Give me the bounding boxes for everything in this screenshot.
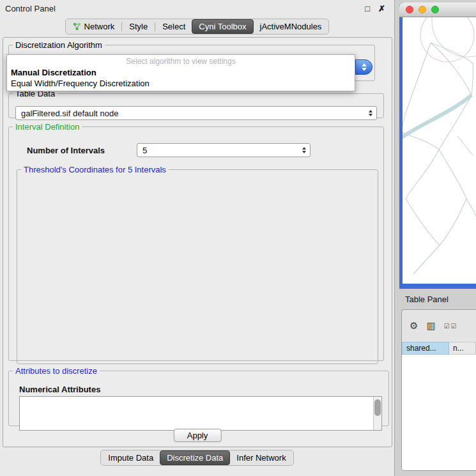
top-tab-bar: Network Style Select Cyni Toolbox jActiv… <box>0 19 394 35</box>
network-edges <box>403 17 476 274</box>
right-panel-area: Table Panel ⚙ ▥ ☑☑ shared... n... <box>395 0 476 476</box>
combobox-stepper-icon[interactable] <box>302 147 306 153</box>
tab-separator <box>155 22 155 31</box>
table-toolbar: ⚙ ▥ ☑☑ <box>402 310 476 342</box>
network-canvas[interactable] <box>403 17 476 284</box>
table-data-group: Table Data galFiltered.sif default node <box>8 89 384 118</box>
tab-label: Infer Network <box>236 453 286 463</box>
numerical-attributes-label: Numerical Attributes <box>19 385 100 394</box>
tab-discretize-data[interactable]: Discretize Data <box>160 450 230 465</box>
tab-label: jActiveMNodules <box>260 22 322 31</box>
tab-infer-network[interactable]: Infer Network <box>230 451 292 464</box>
apply-button[interactable]: Apply <box>174 429 222 442</box>
group-title: Discretization Algorithm <box>13 40 105 50</box>
column-header-name[interactable]: n... <box>449 342 476 355</box>
tab-label: Style <box>129 22 148 31</box>
close-traffic-light-icon[interactable] <box>406 6 413 13</box>
control-panel: Control Panel □ ✗ Network Style Select C… <box>0 0 395 476</box>
float-window-icon[interactable]: □ <box>365 4 370 13</box>
numerical-attributes-list[interactable] <box>19 396 382 431</box>
select-columns-icons[interactable]: ☑☑ <box>444 323 458 330</box>
table-panel-title: Table Panel <box>405 295 449 304</box>
combobox-arrows-icon[interactable] <box>355 59 372 75</box>
attributes-group: Attributes to discretize Numerical Attri… <box>8 366 389 426</box>
network-window <box>399 3 476 289</box>
gear-icon[interactable]: ⚙ <box>410 320 418 332</box>
top-tab-strip: Network Style Select Cyni Toolbox jActiv… <box>65 19 330 35</box>
tab-label: Select <box>162 22 185 31</box>
num-intervals-label: Number of Intervals <box>27 146 105 155</box>
tab-label: Impute Data <box>108 453 153 463</box>
group-title: Interval Definition <box>13 122 82 132</box>
tab-cyni-toolbox[interactable]: Cyni Toolbox <box>192 19 253 34</box>
table-body <box>402 355 476 470</box>
close-icon[interactable]: ✗ <box>378 4 385 13</box>
table-data-combobox[interactable]: galFiltered.sif default node <box>15 106 377 120</box>
network-icon <box>73 22 81 31</box>
bottom-tab-strip: Impute Data Discretize Data Infer Networ… <box>100 450 293 466</box>
table-panel-window: ⚙ ▥ ☑☑ shared... n... <box>401 309 476 471</box>
scrollbar-thumb[interactable] <box>374 399 381 416</box>
table-panel-titlebar: Table Panel <box>399 292 476 306</box>
num-intervals-combobox[interactable]: 5 <box>137 143 311 157</box>
minimize-traffic-light-icon[interactable] <box>418 6 426 13</box>
table-data-selected-value: galFiltered.sif default node <box>21 109 118 118</box>
algorithm-dropdown-popup: Select algorithm to view settings Manual… <box>6 54 355 91</box>
dropdown-placeholder: Select algorithm to view settings <box>7 55 355 67</box>
control-panel-titlebar: Control Panel □ ✗ <box>0 0 394 17</box>
cyni-toolbox-panel: Discretization Algorithm Select algorith… <box>3 37 392 447</box>
tab-label: Cyni Toolbox <box>199 22 246 31</box>
tab-network[interactable]: Network <box>66 20 121 33</box>
panel-title: Control Panel <box>5 4 56 13</box>
tab-label: Network <box>84 22 115 31</box>
bottom-tab-bar: Impute Data Discretize Data Infer Networ… <box>0 450 394 466</box>
group-title: Threshold's Coordinates for 5 Intervals <box>21 165 169 174</box>
tab-impute-data[interactable]: Impute Data <box>102 451 160 464</box>
group-title: Attributes to discretize <box>13 366 100 376</box>
dropdown-option-manual-discretization[interactable]: Manual Discretization <box>7 67 355 78</box>
tab-style[interactable]: Style <box>123 20 154 33</box>
dropdown-option-equal-width-frequency[interactable]: Equal Width/Frequency Discretization <box>7 78 355 89</box>
tab-label: Discretize Data <box>167 453 223 463</box>
zoom-traffic-light-icon[interactable] <box>431 6 439 13</box>
interval-definition-group: Interval Definition Number of Intervals … <box>8 122 384 361</box>
network-window-titlebar <box>399 3 476 17</box>
window-controls: □ ✗ <box>365 4 385 13</box>
tab-jactivemnodules[interactable]: jActiveMNodules <box>254 20 328 33</box>
list-scrollbar[interactable] <box>373 397 381 430</box>
thresholds-group: Threshold's Coordinates for 5 Intervals <box>17 165 378 364</box>
tab-separator <box>121 22 122 31</box>
table-header: shared... n... <box>402 342 476 355</box>
columns-icon[interactable]: ▥ <box>426 320 435 332</box>
column-header-shared-name[interactable]: shared... <box>402 342 449 355</box>
num-intervals-value: 5 <box>142 146 147 155</box>
combobox-stepper-icon[interactable] <box>369 110 372 116</box>
tab-select[interactable]: Select <box>156 20 192 33</box>
